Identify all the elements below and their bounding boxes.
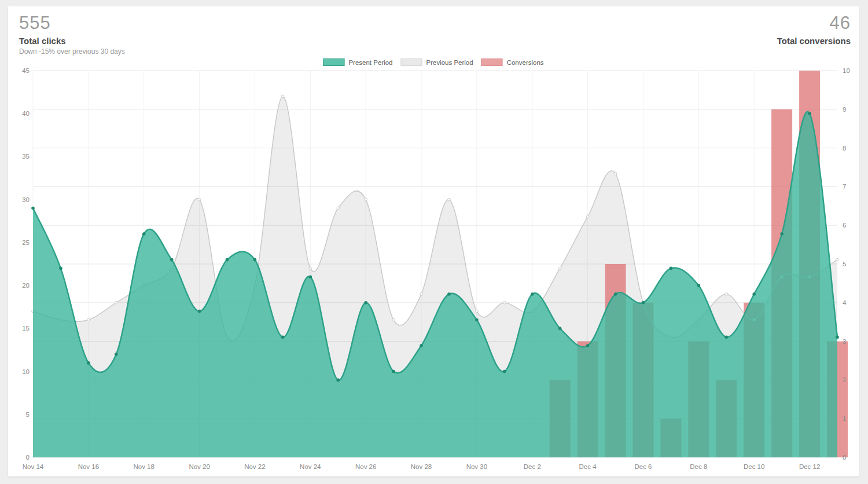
data-point: [336, 379, 340, 382]
x-axis-tick: Dec 10: [744, 463, 764, 470]
data-point: [752, 292, 756, 296]
x-axis-tick: Nov 16: [78, 463, 99, 470]
data-point: [87, 361, 90, 365]
data-point: [780, 232, 784, 236]
legend-label: Conversions: [507, 59, 544, 66]
data-point: [420, 344, 423, 347]
data-point: [808, 112, 811, 115]
left-axis-tick: 35: [22, 153, 30, 160]
x-axis-tick: Dec 4: [579, 463, 597, 470]
left-axis-tick: 20: [22, 282, 30, 289]
legend-label: Previous Period: [426, 59, 473, 66]
data-point: [586, 344, 590, 347]
right-axis-tick: 5: [843, 261, 846, 267]
right-axis-tick: 2: [843, 376, 846, 383]
data-point: [309, 276, 312, 279]
data-point: [253, 258, 257, 262]
data-point: [642, 301, 645, 305]
data-point: [697, 284, 701, 287]
left-axis-tick: 10: [22, 368, 30, 375]
legend-item-conversions[interactable]: Conversions: [481, 58, 544, 66]
x-axis-tick: Nov 14: [23, 463, 44, 470]
right-axis-tick: 1: [843, 415, 846, 422]
data-point: [475, 318, 479, 322]
x-axis-tick: Nov 22: [244, 463, 265, 470]
data-point: [836, 335, 839, 339]
left-axis-tick: 30: [22, 196, 30, 203]
x-axis-tick: Dec 2: [524, 463, 541, 470]
left-axis-tick: 40: [22, 110, 30, 117]
x-axis-tick: Nov 20: [189, 463, 209, 470]
right-axis-tick: 6: [843, 222, 846, 229]
left-axis-tick: 45: [22, 67, 30, 74]
right-axis-tick: 7: [843, 183, 846, 190]
left-axis-tick: 0: [26, 454, 30, 461]
chart-legend: Present Period Previous Period Conversio…: [323, 58, 543, 66]
data-point: [614, 292, 617, 296]
legend-label: Present Period: [348, 59, 392, 66]
x-axis-tick: Nov 30: [466, 463, 487, 470]
data-point: [670, 267, 673, 270]
right-axis-tick: 8: [843, 145, 846, 152]
legend-item-present-period[interactable]: Present Period: [323, 58, 392, 66]
data-point: [364, 301, 367, 305]
right-axis-tick: 10: [843, 67, 850, 74]
data-point: [198, 310, 201, 313]
right-axis-tick: 3: [843, 338, 846, 345]
data-point: [31, 207, 35, 210]
x-axis-tick: Nov 24: [300, 463, 321, 470]
data-point: [392, 370, 395, 373]
analytics-card: 555 Total clicks Down -15% over previous…: [8, 6, 859, 476]
data-point: [142, 232, 146, 236]
right-axis-tick: 0: [843, 454, 846, 461]
right-axis-tick: 4: [843, 299, 847, 306]
x-axis-tick: Dec 6: [634, 463, 652, 470]
present-period-swatch: [323, 58, 344, 66]
right-axis-tick: 9: [843, 106, 846, 113]
data-point: [281, 335, 285, 339]
data-point: [725, 335, 729, 339]
conversions-swatch: [481, 58, 503, 66]
data-point: [59, 267, 62, 270]
left-axis-tick: 25: [22, 239, 30, 246]
x-axis-tick: Dec 12: [799, 463, 820, 470]
x-axis-tick: Nov 18: [133, 463, 154, 470]
data-point: [558, 327, 562, 331]
data-point: [503, 370, 506, 373]
data-point: [115, 353, 118, 356]
x-axis-tick: Nov 26: [355, 463, 376, 470]
data-point: [170, 258, 174, 262]
x-axis-tick: Nov 28: [411, 463, 432, 470]
left-axis-tick: 15: [22, 325, 30, 332]
left-axis-tick: 5: [26, 411, 30, 418]
data-point: [531, 292, 534, 296]
combo-chart: 051015202530354045012345678910Nov 14Nov …: [8, 6, 859, 476]
previous-period-swatch: [400, 58, 422, 66]
data-point: [226, 258, 229, 262]
data-point: [447, 292, 451, 296]
x-axis-tick: Dec 8: [690, 463, 707, 470]
legend-item-previous-period[interactable]: Previous Period: [400, 58, 473, 66]
left-axis-labels: 051015202530354045: [22, 67, 30, 461]
x-axis-labels: Nov 14Nov 16Nov 18Nov 20Nov 22Nov 24Nov …: [23, 463, 821, 470]
